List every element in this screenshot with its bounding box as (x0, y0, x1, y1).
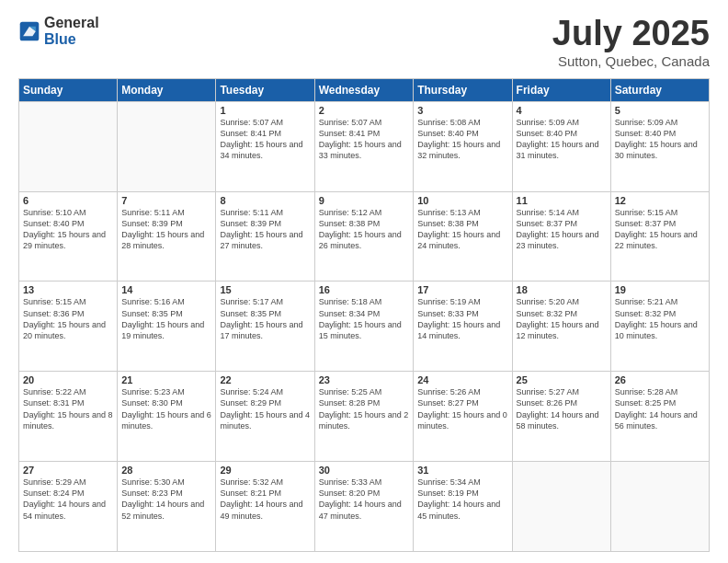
table-row: 3Sunrise: 5:08 AM Sunset: 8:40 PM Daylig… (414, 101, 512, 191)
col-tuesday: Tuesday (216, 78, 314, 101)
logo-icon (18, 20, 40, 42)
table-row: 17Sunrise: 5:19 AM Sunset: 8:33 PM Dayli… (414, 282, 512, 372)
table-row: 19Sunrise: 5:21 AM Sunset: 8:32 PM Dayli… (610, 282, 709, 372)
day-info: Sunrise: 5:08 AM Sunset: 8:40 PM Dayligh… (417, 117, 507, 162)
col-wednesday: Wednesday (314, 78, 414, 101)
day-info: Sunrise: 5:20 AM Sunset: 8:32 PM Dayligh… (517, 296, 607, 341)
day-number: 26 (615, 374, 705, 385)
table-row: 18Sunrise: 5:20 AM Sunset: 8:32 PM Dayli… (512, 282, 610, 372)
day-number: 16 (319, 284, 410, 295)
col-thursday: Thursday (414, 78, 512, 101)
day-info: Sunrise: 5:09 AM Sunset: 8:40 PM Dayligh… (517, 117, 607, 162)
table-row: 5Sunrise: 5:09 AM Sunset: 8:40 PM Daylig… (610, 101, 709, 191)
day-number: 12 (615, 195, 705, 206)
logo: General Blue (18, 15, 99, 47)
table-row: 4Sunrise: 5:09 AM Sunset: 8:40 PM Daylig… (512, 101, 610, 191)
day-info: Sunrise: 5:33 AM Sunset: 8:20 PM Dayligh… (319, 477, 410, 522)
calendar-week-1: 1Sunrise: 5:07 AM Sunset: 8:41 PM Daylig… (19, 101, 710, 191)
day-info: Sunrise: 5:10 AM Sunset: 8:40 PM Dayligh… (23, 207, 113, 252)
day-number: 7 (121, 195, 211, 206)
day-number: 28 (121, 465, 211, 476)
logo-general-text: General (44, 15, 99, 31)
table-row: 21Sunrise: 5:23 AM Sunset: 8:30 PM Dayli… (118, 372, 216, 462)
day-number: 19 (615, 284, 705, 295)
location: Sutton, Quebec, Canada (552, 53, 710, 69)
day-info: Sunrise: 5:23 AM Sunset: 8:30 PM Dayligh… (121, 386, 211, 431)
col-sunday: Sunday (19, 78, 118, 101)
calendar-week-5: 27Sunrise: 5:29 AM Sunset: 8:24 PM Dayli… (19, 462, 710, 552)
day-info: Sunrise: 5:11 AM Sunset: 8:39 PM Dayligh… (220, 207, 310, 252)
table-row: 6Sunrise: 5:10 AM Sunset: 8:40 PM Daylig… (19, 191, 118, 282)
day-info: Sunrise: 5:17 AM Sunset: 8:35 PM Dayligh… (220, 296, 310, 341)
table-row: 2Sunrise: 5:07 AM Sunset: 8:41 PM Daylig… (314, 101, 414, 191)
day-number: 22 (220, 374, 310, 385)
col-saturday: Saturday (610, 78, 709, 101)
table-row: 20Sunrise: 5:22 AM Sunset: 8:31 PM Dayli… (19, 372, 118, 462)
day-number: 2 (319, 105, 410, 116)
table-row: 25Sunrise: 5:27 AM Sunset: 8:26 PM Dayli… (512, 372, 610, 462)
logo-blue-text: Blue (44, 31, 99, 48)
title-block: July 2025 Sutton, Quebec, Canada (552, 15, 710, 69)
page-header: General Blue July 2025 Sutton, Quebec, C… (18, 15, 710, 69)
table-row: 8Sunrise: 5:11 AM Sunset: 8:39 PM Daylig… (216, 191, 314, 282)
table-row: 9Sunrise: 5:12 AM Sunset: 8:38 PM Daylig… (314, 191, 414, 282)
day-number: 23 (319, 374, 410, 385)
day-number: 15 (220, 284, 310, 295)
table-row: 10Sunrise: 5:13 AM Sunset: 8:38 PM Dayli… (414, 191, 512, 282)
table-row (512, 462, 610, 552)
table-row: 14Sunrise: 5:16 AM Sunset: 8:35 PM Dayli… (118, 282, 216, 372)
table-row: 16Sunrise: 5:18 AM Sunset: 8:34 PM Dayli… (314, 282, 414, 372)
day-info: Sunrise: 5:22 AM Sunset: 8:31 PM Dayligh… (23, 386, 113, 431)
day-info: Sunrise: 5:18 AM Sunset: 8:34 PM Dayligh… (319, 296, 410, 341)
calendar-week-4: 20Sunrise: 5:22 AM Sunset: 8:31 PM Dayli… (19, 372, 710, 462)
table-row (118, 101, 216, 191)
day-info: Sunrise: 5:07 AM Sunset: 8:41 PM Dayligh… (220, 117, 310, 162)
day-info: Sunrise: 5:29 AM Sunset: 8:24 PM Dayligh… (23, 477, 113, 522)
table-row: 27Sunrise: 5:29 AM Sunset: 8:24 PM Dayli… (19, 462, 118, 552)
day-number: 8 (220, 195, 310, 206)
day-number: 31 (417, 465, 507, 476)
day-info: Sunrise: 5:09 AM Sunset: 8:40 PM Dayligh… (615, 117, 705, 162)
col-monday: Monday (118, 78, 216, 101)
calendar-table: Sunday Monday Tuesday Wednesday Thursday… (18, 78, 710, 552)
day-info: Sunrise: 5:15 AM Sunset: 8:37 PM Dayligh… (615, 207, 705, 252)
day-number: 1 (220, 105, 310, 116)
day-number: 17 (417, 284, 507, 295)
table-row: 23Sunrise: 5:25 AM Sunset: 8:28 PM Dayli… (314, 372, 414, 462)
day-number: 10 (417, 195, 507, 206)
table-row: 12Sunrise: 5:15 AM Sunset: 8:37 PM Dayli… (610, 191, 709, 282)
day-number: 29 (220, 465, 310, 476)
day-info: Sunrise: 5:15 AM Sunset: 8:36 PM Dayligh… (23, 296, 113, 341)
day-number: 18 (517, 284, 607, 295)
day-info: Sunrise: 5:25 AM Sunset: 8:28 PM Dayligh… (319, 386, 410, 431)
day-info: Sunrise: 5:32 AM Sunset: 8:21 PM Dayligh… (220, 477, 310, 522)
day-number: 30 (319, 465, 410, 476)
table-row: 7Sunrise: 5:11 AM Sunset: 8:39 PM Daylig… (118, 191, 216, 282)
day-number: 6 (23, 195, 113, 206)
day-number: 24 (417, 374, 507, 385)
calendar-week-3: 13Sunrise: 5:15 AM Sunset: 8:36 PM Dayli… (19, 282, 710, 372)
day-info: Sunrise: 5:16 AM Sunset: 8:35 PM Dayligh… (121, 296, 211, 341)
day-info: Sunrise: 5:07 AM Sunset: 8:41 PM Dayligh… (319, 117, 410, 162)
month-title: July 2025 (552, 15, 710, 53)
table-row: 28Sunrise: 5:30 AM Sunset: 8:23 PM Dayli… (118, 462, 216, 552)
day-number: 4 (517, 105, 607, 116)
table-row: 1Sunrise: 5:07 AM Sunset: 8:41 PM Daylig… (216, 101, 314, 191)
day-number: 5 (615, 105, 705, 116)
day-number: 20 (23, 374, 113, 385)
day-info: Sunrise: 5:19 AM Sunset: 8:33 PM Dayligh… (417, 296, 507, 341)
day-number: 11 (517, 195, 607, 206)
day-info: Sunrise: 5:34 AM Sunset: 8:19 PM Dayligh… (417, 477, 507, 522)
day-info: Sunrise: 5:11 AM Sunset: 8:39 PM Dayligh… (121, 207, 211, 252)
day-number: 13 (23, 284, 113, 295)
table-row: 29Sunrise: 5:32 AM Sunset: 8:21 PM Dayli… (216, 462, 314, 552)
day-number: 3 (417, 105, 507, 116)
table-row (19, 101, 118, 191)
day-number: 14 (121, 284, 211, 295)
day-info: Sunrise: 5:12 AM Sunset: 8:38 PM Dayligh… (319, 207, 410, 252)
table-row: 11Sunrise: 5:14 AM Sunset: 8:37 PM Dayli… (512, 191, 610, 282)
day-info: Sunrise: 5:26 AM Sunset: 8:27 PM Dayligh… (417, 386, 507, 431)
col-friday: Friday (512, 78, 610, 101)
table-row: 30Sunrise: 5:33 AM Sunset: 8:20 PM Dayli… (314, 462, 414, 552)
table-row: 24Sunrise: 5:26 AM Sunset: 8:27 PM Dayli… (414, 372, 512, 462)
